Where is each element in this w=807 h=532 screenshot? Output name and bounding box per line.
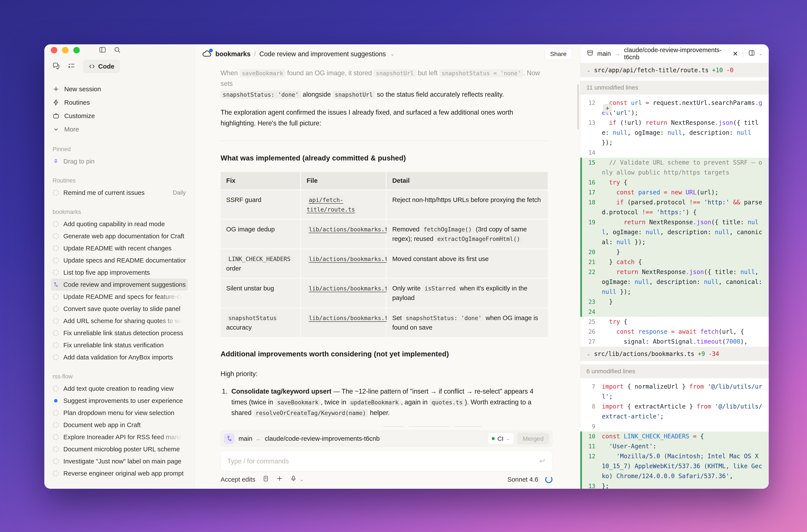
- chevron-down-icon[interactable]: ⌄: [300, 477, 304, 482]
- line-number: 27: [582, 337, 602, 347]
- diff-code-line[interactable]: 7 import { normalizeUrl } from '@/lib/ut…: [580, 382, 769, 402]
- add-comment-button[interactable]: +: [603, 104, 612, 113]
- diff-code-line[interactable]: 14: [580, 148, 769, 158]
- chevron-down-icon[interactable]: ⌄: [390, 51, 395, 57]
- collapse-chevron-icon[interactable]: ⌄: [587, 65, 591, 75]
- session-item[interactable]: Generate web app documentation for Craft: [51, 230, 188, 242]
- collapse-chevron-icon[interactable]: ⌄: [587, 349, 591, 359]
- diff-code-line[interactable]: 17 const parsed = new URL(url);: [580, 188, 769, 197]
- session-item[interactable]: Fix unreliable link status detection pro…: [51, 327, 188, 339]
- session-item[interactable]: Drag to pin: [51, 155, 188, 167]
- line-number: 22: [582, 267, 602, 297]
- session-item[interactable]: List top five app improvements: [51, 266, 188, 279]
- session-status-icon: [53, 258, 59, 263]
- diff-code-line[interactable]: 19 return NextResponse.json({ title: nul…: [580, 217, 769, 247]
- diff-code-line[interactable]: 8 import { extractArticle } from '@/lib/…: [580, 402, 769, 421]
- sidebar-group: bookmarks Add quoting capability in read…: [51, 209, 188, 363]
- session-item[interactable]: Update specs and README documentation: [51, 254, 188, 266]
- diff-code-line[interactable]: 24: [580, 307, 769, 317]
- diff-code-line[interactable]: 13 if (!url) return NextResponse.json({ …: [580, 118, 769, 148]
- table-cell: Silent unstar bug: [220, 279, 300, 307]
- tab-code-label: Code: [98, 63, 114, 70]
- search-icon[interactable]: [114, 46, 121, 54]
- breadcrumb-title[interactable]: Code review and improvement suggestions: [259, 50, 386, 58]
- session-item[interactable]: Document microblog poster URL scheme: [51, 443, 188, 455]
- diff-code-line[interactable]: 25 try {: [580, 317, 769, 327]
- tab-code[interactable]: Code: [83, 60, 120, 73]
- sidebar-nav-item[interactable]: Customize: [51, 109, 188, 122]
- session-item[interactable]: Add URL scheme for sharing quotes to web…: [51, 315, 188, 327]
- branch-status-bar[interactable]: main ← claude/code-review-improvements-t…: [220, 431, 553, 446]
- model-name[interactable]: Sonnet 4.6: [507, 476, 538, 483]
- diff-code-line[interactable]: 23 }: [580, 297, 769, 307]
- session-status-icon: [53, 355, 59, 360]
- diff-code-line[interactable]: 13 };: [580, 481, 769, 489]
- add-attachment-icon[interactable]: [276, 475, 283, 483]
- diff-code-line[interactable]: 16 try {: [580, 177, 769, 188]
- diff-code-line[interactable]: 10 const LINK_CHECK_HEADERS = {: [580, 432, 769, 441]
- breadcrumb[interactable]: bookmarks / Code review and improvement …: [202, 50, 395, 58]
- accept-edits-label[interactable]: Accept edits: [220, 476, 255, 483]
- scrollbar-thumb[interactable]: [577, 84, 579, 130]
- diff-code-line[interactable]: 27 signal: AbortSignal.timeout(7000),: [580, 337, 769, 347]
- diff-code-line[interactable]: 21 } catch {: [580, 257, 769, 267]
- app-window: Code New session Routines Customize More…: [44, 44, 769, 489]
- session-item[interactable]: Add data validation for AnyBox imports: [51, 351, 188, 363]
- sidebar-nav-item[interactable]: Routines: [51, 96, 188, 109]
- diff-code-line[interactable]: 20 }: [580, 247, 769, 257]
- line-number: 20: [582, 247, 602, 257]
- unmodified-lines-bar[interactable]: 11 unmodified lines: [580, 81, 769, 95]
- session-item-label: Document microblog poster URL scheme: [63, 445, 186, 453]
- chevron-down-icon[interactable]: ⌄: [759, 51, 763, 56]
- session-status-icon: [53, 410, 59, 416]
- session-item[interactable]: Update README and specs for feature-comp…: [51, 291, 188, 303]
- session-item[interactable]: Plan dropdown menu for view selection: [51, 407, 188, 419]
- diff-code-line[interactable]: 12 const url = request.nextUrl.searchPar…: [580, 98, 769, 118]
- session-item[interactable]: Add quoting capability in read mode: [51, 218, 188, 230]
- diff-code-line[interactable]: 22 return NextResponse.json({ title: nul…: [580, 267, 769, 297]
- tab-chat[interactable]: [52, 62, 60, 71]
- diff-code-line[interactable]: 15 // Validate URL scheme to prevent SSR…: [580, 158, 769, 177]
- unmodified-lines-bar[interactable]: 6 unmodified lines: [580, 364, 769, 378]
- line-number: 25: [582, 317, 602, 327]
- session-item[interactable]: Fix unreliable link status verification: [51, 339, 188, 351]
- close-window-button[interactable]: [51, 47, 57, 53]
- share-button[interactable]: Share: [545, 48, 572, 60]
- split-view-icon[interactable]: [748, 49, 755, 58]
- diff-code-line[interactable]: 9: [580, 421, 769, 432]
- microphone-icon[interactable]: [290, 475, 297, 483]
- session-item[interactable]: Document web app in Craft: [51, 419, 188, 431]
- line-number: 26: [582, 327, 602, 337]
- session-status-icon: [53, 245, 59, 251]
- sidebar-nav-item[interactable]: New session: [51, 82, 188, 96]
- edit-queue-icon[interactable]: [262, 475, 269, 483]
- diff-code-line[interactable]: 26 const response = await fetch(url, {: [580, 327, 769, 337]
- minimize-window-button[interactable]: [62, 47, 69, 53]
- session-item[interactable]: Investigate "Just now" label on main pag…: [51, 455, 188, 467]
- session-item[interactable]: Update README with recent changes: [51, 242, 188, 254]
- session-item[interactable]: Explore Inoreader API for RSS feed manag…: [51, 431, 188, 443]
- diff-header: main → claude/code-review-improvements-t…: [580, 44, 769, 63]
- diff-file-header[interactable]: ⌄ src/app/api/fetch-title/route.ts +10 -…: [580, 63, 769, 77]
- zoom-window-button[interactable]: [73, 47, 80, 53]
- diff-code-line[interactable]: 18 if (parsed.protocol !== 'http:' && pa…: [580, 197, 769, 217]
- diff-code-line[interactable]: 11 'User-Agent':: [580, 441, 769, 451]
- diff-file-header[interactable]: ⌄ src/lib/actions/bookmarks.ts +9 -34: [580, 347, 769, 361]
- session-item-label: Generate web app documentation for Craft: [63, 232, 186, 240]
- session-item[interactable]: Reverse engineer original web app prompt: [51, 467, 188, 479]
- ci-status-button[interactable]: CI ⌄: [487, 433, 514, 444]
- close-icon[interactable]: ✕: [733, 50, 738, 58]
- merged-button[interactable]: Merged: [517, 433, 549, 444]
- breadcrumb-project[interactable]: bookmarks: [215, 50, 251, 58]
- session-item[interactable]: Code review and improvement suggestions: [51, 279, 188, 291]
- session-item[interactable]: Remind me of current issues Daily: [51, 187, 188, 199]
- sidebar-nav-item[interactable]: More: [51, 122, 188, 136]
- command-input[interactable]: Type / for commands ↵: [220, 451, 553, 471]
- sidebar-toggle-icon[interactable]: [99, 46, 106, 54]
- session-item[interactable]: Suggest improvements to user experience: [51, 395, 188, 407]
- tab-tasks[interactable]: [68, 62, 75, 71]
- session-item[interactable]: Add text quote creation to reading view: [51, 383, 188, 395]
- diff-code-line[interactable]: 12 'Mozilla/5.0 (Macintosh; Intel Mac OS…: [580, 451, 769, 481]
- code-text: } catch {: [602, 257, 766, 267]
- session-item[interactable]: Convert save quote overlay to slide pane…: [51, 303, 188, 315]
